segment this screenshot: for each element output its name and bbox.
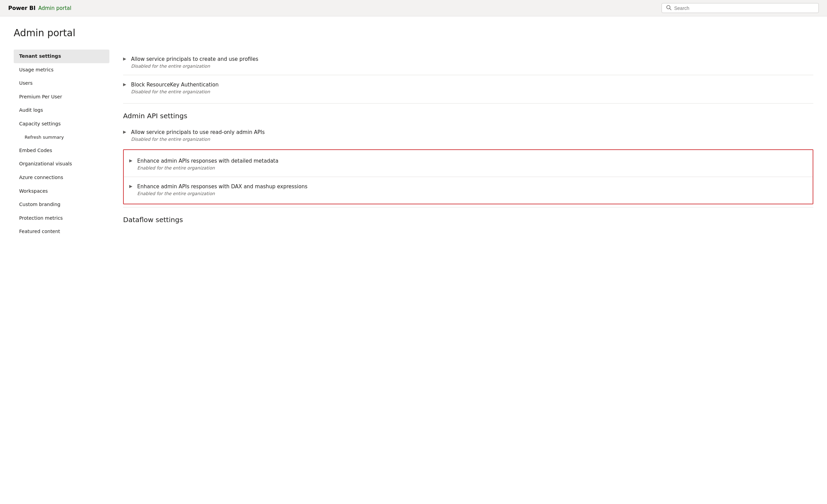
setting-title: Enhance admin APIs responses with DAX an… xyxy=(137,183,307,190)
sidebar-item-tenant-settings[interactable]: Tenant settings xyxy=(14,50,109,63)
setting-subtitle: Enabled for the entire organization xyxy=(137,165,278,171)
sidebar: Tenant settings Usage metrics Users Prem… xyxy=(14,50,109,239)
dataflow-section-title: Dataflow settings xyxy=(123,216,813,224)
chevron-icon[interactable]: ▶ xyxy=(129,158,132,163)
sidebar-item-workspaces[interactable]: Workspaces xyxy=(14,185,109,198)
sidebar-item-org-visuals[interactable]: Organizational visuals xyxy=(14,157,109,171)
svg-line-1 xyxy=(670,9,671,10)
sidebar-item-embed-codes[interactable]: Embed Codes xyxy=(14,144,109,158)
sidebar-item-premium-per-user[interactable]: Premium Per User xyxy=(14,90,109,104)
sidebar-item-azure-connections[interactable]: Azure connections xyxy=(14,171,109,185)
sidebar-item-protection-metrics[interactable]: Protection metrics xyxy=(14,212,109,225)
setting-title: Block ResourceKey Authentication xyxy=(131,81,218,88)
brand-powerbi: Power BI xyxy=(8,5,36,11)
sidebar-item-capacity-settings[interactable]: Capacity settings xyxy=(14,117,109,131)
setting-title: Allow service principals to create and u… xyxy=(131,56,258,63)
topbar-left: Power BI Admin portal xyxy=(8,5,71,11)
admin-api-settings-group: ▶ Allow service principals to use read-o… xyxy=(123,123,813,148)
top-settings-group: ▶ Allow service principals to create and… xyxy=(123,50,813,100)
setting-enhance-admin-apis-dax: ▶ Enhance admin APIs responses with DAX … xyxy=(124,177,813,202)
content-area: Tenant settings Usage metrics Users Prem… xyxy=(14,50,813,239)
main-content: ▶ Allow service principals to create and… xyxy=(109,50,813,239)
chevron-icon[interactable]: ▶ xyxy=(123,56,126,61)
chevron-icon[interactable]: ▶ xyxy=(129,184,132,189)
search-box[interactable] xyxy=(662,3,819,13)
setting-block-resource-key-auth: ▶ Block ResourceKey Authentication Disab… xyxy=(123,75,813,100)
setting-subtitle: Disabled for the entire organization xyxy=(131,89,218,94)
setting-subtitle: Disabled for the entire organization xyxy=(131,137,265,142)
highlighted-settings-box: ▶ Enhance admin APIs responses with deta… xyxy=(123,149,813,204)
page-container: Admin portal Tenant settings Usage metri… xyxy=(0,16,827,249)
brand-admin: Admin portal xyxy=(38,5,71,11)
sidebar-item-audit-logs[interactable]: Audit logs xyxy=(14,104,109,117)
sidebar-item-users[interactable]: Users xyxy=(14,77,109,90)
setting-subtitle: Enabled for the entire organization xyxy=(137,191,307,196)
sidebar-item-featured-content[interactable]: Featured content xyxy=(14,225,109,239)
setting-title: Enhance admin APIs responses with detail… xyxy=(137,158,278,165)
chevron-icon[interactable]: ▶ xyxy=(123,82,126,87)
section-divider xyxy=(123,103,813,104)
page-title: Admin portal xyxy=(14,27,813,39)
admin-api-section-title: Admin API settings xyxy=(123,112,813,120)
setting-subtitle: Disabled for the entire organization xyxy=(131,64,258,69)
sidebar-item-refresh-summary[interactable]: Refresh summary xyxy=(14,131,109,144)
setting-enhance-admin-apis-metadata: ▶ Enhance admin APIs responses with deta… xyxy=(124,151,813,177)
section-divider-2 xyxy=(123,207,813,207)
setting-allow-service-principals-profiles: ▶ Allow service principals to create and… xyxy=(123,50,813,75)
setting-allow-read-only-admin-apis: ▶ Allow service principals to use read-o… xyxy=(123,123,813,148)
setting-title: Allow service principals to use read-onl… xyxy=(131,129,265,136)
search-input[interactable] xyxy=(674,5,814,11)
sidebar-item-usage-metrics[interactable]: Usage metrics xyxy=(14,63,109,77)
chevron-icon[interactable]: ▶ xyxy=(123,130,126,134)
topbar: Power BI Admin portal xyxy=(0,0,827,16)
search-icon xyxy=(666,5,671,11)
sidebar-item-custom-branding[interactable]: Custom branding xyxy=(14,198,109,212)
